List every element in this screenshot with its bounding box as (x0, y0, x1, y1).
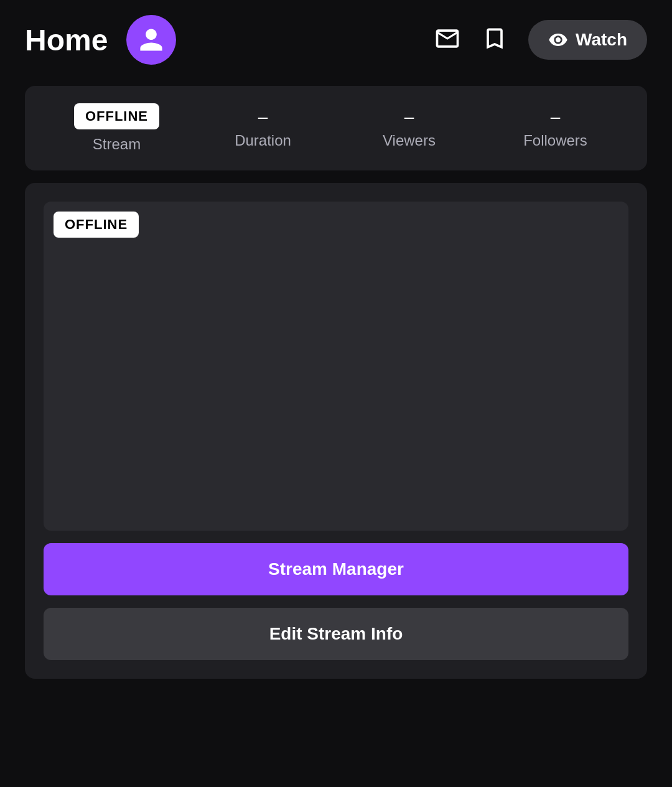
user-icon (138, 26, 165, 54)
duration-value: – (258, 107, 268, 127)
duration-item: – Duration (190, 107, 336, 149)
stream-manager-button[interactable]: Stream Manager (44, 543, 628, 595)
stream-offline-badge: OFFLINE (74, 103, 159, 129)
viewers-item: – Viewers (336, 107, 482, 149)
header-icons: Watch (434, 20, 647, 60)
watch-label: Watch (576, 30, 627, 50)
followers-item: – Followers (482, 107, 628, 149)
stream-status-item: OFFLINE Stream (44, 103, 190, 153)
edit-stream-info-button[interactable]: Edit Stream Info (44, 608, 628, 660)
video-offline-badge: OFFLINE (54, 212, 139, 238)
header: Home Watch (0, 0, 672, 80)
main-card: OFFLINE Stream Manager Edit Stream Info (25, 183, 647, 679)
stream-label: Stream (93, 136, 141, 153)
viewers-value: – (404, 107, 414, 127)
followers-value: – (551, 107, 561, 127)
avatar[interactable] (126, 15, 176, 65)
watch-button[interactable]: Watch (528, 20, 647, 60)
inbox-icon[interactable] (434, 25, 461, 55)
eye-icon (548, 30, 568, 50)
followers-label: Followers (523, 132, 587, 149)
bookmark-icon[interactable] (481, 25, 508, 55)
stats-bar: OFFLINE Stream – Duration – Viewers – Fo… (25, 86, 647, 170)
video-preview: OFFLINE (44, 202, 628, 531)
viewers-label: Viewers (383, 132, 436, 149)
page-title: Home (25, 23, 108, 57)
duration-label: Duration (235, 132, 291, 149)
